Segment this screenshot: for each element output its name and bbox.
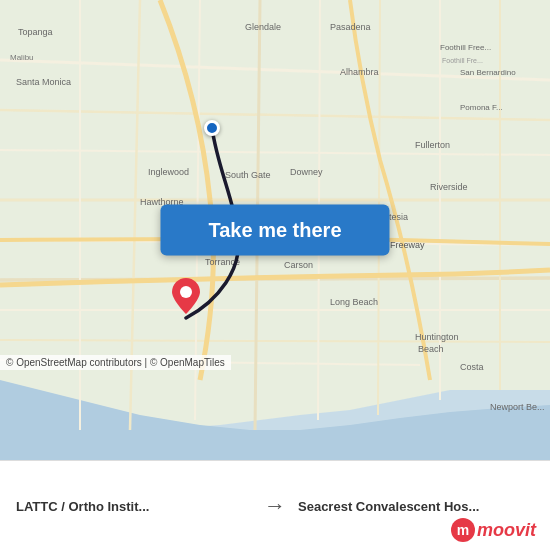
svg-point-46 [180, 286, 192, 298]
svg-text:Riverside: Riverside [430, 182, 468, 192]
map-attribution: © OpenStreetMap contributors | © OpenMap… [0, 355, 231, 370]
svg-text:Glendale: Glendale [245, 22, 281, 32]
svg-text:Malibu: Malibu [10, 53, 34, 62]
svg-text:Freeway: Freeway [390, 240, 425, 250]
svg-text:Costa: Costa [460, 362, 484, 372]
svg-text:Pomona F...: Pomona F... [460, 103, 503, 112]
attribution-text: © OpenStreetMap contributors | © OpenMap… [6, 357, 225, 368]
take-me-there-button[interactable]: Take me there [160, 205, 389, 256]
origin-box: LATTC / Ortho Instit... [16, 497, 252, 515]
destination-box: Seacrest Convalescent Hos... [298, 497, 534, 515]
svg-text:Fullerton: Fullerton [415, 140, 450, 150]
svg-text:Foothill Free...: Foothill Free... [440, 43, 491, 52]
svg-text:Alhambra: Alhambra [340, 67, 379, 77]
svg-text:Torrance: Torrance [205, 257, 240, 267]
svg-text:Santa Monica: Santa Monica [16, 77, 71, 87]
button-overlay: Take me there [160, 205, 389, 256]
svg-text:Huntington: Huntington [415, 332, 459, 342]
svg-text:Inglewood: Inglewood [148, 167, 189, 177]
origin-label: LATTC / Ortho Instit... [16, 499, 149, 514]
svg-text:South Gate: South Gate [225, 170, 271, 180]
map-container: Topanga Santa Monica Inglewood Hawthorne… [0, 0, 550, 460]
svg-text:Downey: Downey [290, 167, 323, 177]
bottom-bar: LATTC / Ortho Instit... → Seacrest Conva… [0, 460, 550, 550]
origin-pin [204, 120, 220, 136]
svg-text:Beach: Beach [418, 344, 444, 354]
svg-text:Foothill Fre...: Foothill Fre... [442, 57, 483, 64]
arrow-icon: → [252, 493, 298, 519]
svg-text:Newport Be...: Newport Be... [490, 402, 545, 412]
destination-label: Seacrest Convalescent Hos... [298, 499, 479, 514]
svg-text:Pasadena: Pasadena [330, 22, 371, 32]
svg-text:Long Beach: Long Beach [330, 297, 378, 307]
svg-text:San Bernardino: San Bernardino [460, 68, 516, 77]
svg-text:Carson: Carson [284, 260, 313, 270]
svg-text:Topanga: Topanga [18, 27, 53, 37]
moovit-m-icon: m [451, 518, 475, 542]
moovit-logo: m moovit [451, 518, 536, 542]
moovit-text: moovit [477, 520, 536, 541]
destination-pin [172, 278, 200, 318]
